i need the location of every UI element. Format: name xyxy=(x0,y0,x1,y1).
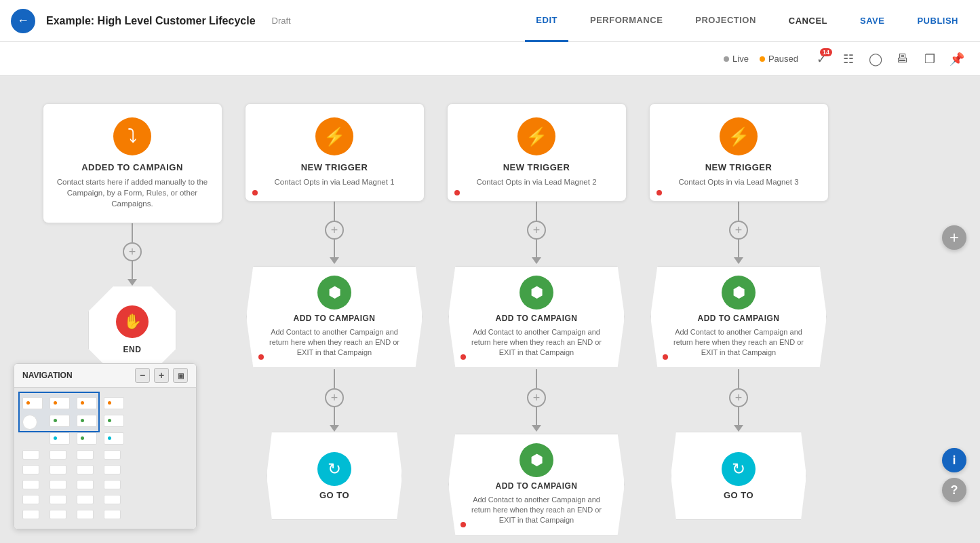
history-icon[interactable]: ◯ xyxy=(863,47,888,71)
print-icon[interactable]: 🖶 xyxy=(890,47,915,71)
tasks-icon[interactable]: ✓ 14 xyxy=(809,47,834,71)
trigger-desc-2: Contact Opts in via Lead Magnet 1 xyxy=(256,176,413,187)
line-3a xyxy=(536,202,537,221)
trigger-card-4[interactable]: ⚡ NEW TRIGGER Contact Opts in via Lead M… xyxy=(649,103,829,202)
mini-node-3 xyxy=(77,397,97,409)
campaign-icon-3a: ⬢ xyxy=(520,276,553,310)
line-4c xyxy=(738,369,739,388)
mini-node-r4a xyxy=(22,450,39,460)
line-4d xyxy=(738,407,739,426)
mini-node-r6d xyxy=(104,480,121,489)
add-step-btn-2a[interactable]: + xyxy=(325,221,344,240)
campaign-icon-4: ⬢ xyxy=(722,276,756,310)
mini-node-r8a xyxy=(22,510,39,519)
connector-4a: + xyxy=(729,202,748,264)
chat-icon[interactable]: ☷ xyxy=(836,47,861,71)
trigger-title-2: NEW TRIGGER xyxy=(256,162,413,172)
paused-status: Paused xyxy=(760,54,798,64)
pin-icon[interactable]: 📌 xyxy=(945,47,969,71)
add-column-button[interactable]: + xyxy=(942,225,966,250)
goto-node-4[interactable]: ↻ GO TO xyxy=(649,432,829,520)
trigger-desc-4: Contact Opts in via Lead Magnet 3 xyxy=(661,176,817,187)
line-3b xyxy=(536,240,537,259)
arrow-4b xyxy=(734,425,743,432)
campaign-node-2[interactable]: ⬢ ADD TO CAMPAIGN Add Contact to another… xyxy=(245,264,425,369)
paused-label: Paused xyxy=(768,54,798,64)
mini-node-r7a xyxy=(22,495,39,504)
trigger-card-1[interactable]: ⤵ ADDED TO CAMPAIGN Contact starts here … xyxy=(43,103,222,223)
campaign-hex-4: ⬢ ADD TO CAMPAIGN Add Contact to another… xyxy=(650,266,827,368)
mini-node-r5a xyxy=(22,465,39,474)
trigger-icon-4: ⚡ xyxy=(720,117,758,155)
zoom-out-button[interactable]: − xyxy=(135,368,150,383)
add-step-btn-4b[interactable]: + xyxy=(729,388,748,407)
line-2b xyxy=(334,240,335,259)
end-node[interactable]: ✋ END xyxy=(85,286,180,374)
trigger-card-2[interactable]: ⚡ NEW TRIGGER Contact Opts in via Lead M… xyxy=(245,103,425,202)
trigger-card-3[interactable]: ⚡ NEW TRIGGER Contact Opts in via Lead M… xyxy=(447,103,627,202)
nav-mini-canvas[interactable] xyxy=(17,390,192,526)
workflow-canvas: ⤵ ADDED TO CAMPAIGN Contact starts here … xyxy=(0,76,980,543)
add-step-btn-3a[interactable]: + xyxy=(527,221,546,240)
campaign-title-4: ADD TO CAMPAIGN xyxy=(697,314,779,323)
line-4b xyxy=(738,240,739,259)
mini-node-10 xyxy=(104,432,124,445)
campaign-status-2 xyxy=(258,354,264,360)
goto-hex-4: ↻ GO TO xyxy=(671,432,806,520)
goto-hex-2: ↻ GO TO xyxy=(267,432,402,520)
campaign-hex-2: ⬢ ADD TO CAMPAIGN Add Contact to another… xyxy=(246,266,423,368)
mini-node-r7c xyxy=(77,495,94,504)
end-title: END xyxy=(123,345,142,354)
back-button[interactable]: ← xyxy=(11,9,35,33)
trigger-status-2 xyxy=(252,190,258,195)
add-step-btn-4a[interactable]: + xyxy=(729,221,748,240)
navigation-panel: NAVIGATION − + ▣ xyxy=(14,363,197,529)
campaign-node-3b[interactable]: ⬢ ADD TO CAMPAIGN Add Contact to another… xyxy=(447,432,627,537)
tab-edit[interactable]: EDIT xyxy=(525,0,568,42)
save-button[interactable]: SAVE xyxy=(849,0,895,42)
mini-node-r7d xyxy=(104,495,121,504)
add-step-btn-1a[interactable]: + xyxy=(123,242,142,261)
add-step-btn-2b[interactable]: + xyxy=(325,388,344,407)
connector-3a: + xyxy=(527,202,546,264)
goto-title-4: GO TO xyxy=(724,490,753,500)
line-2c xyxy=(334,369,335,388)
arrow-3a xyxy=(532,257,541,264)
mini-node-r8d xyxy=(104,510,121,519)
mini-node-r7b xyxy=(50,495,66,504)
page-title: Example: High Level Customer Lifecycle xyxy=(46,15,256,27)
campaign-node-4[interactable]: ⬢ ADD TO CAMPAIGN Add Contact to another… xyxy=(649,264,829,369)
publish-button[interactable]: PUBLISH xyxy=(906,0,969,42)
live-label: Live xyxy=(732,54,749,64)
mini-node-r5b xyxy=(50,465,66,474)
goto-node-2[interactable]: ↻ GO TO xyxy=(245,432,425,520)
mini-node-r6b xyxy=(50,480,66,489)
mini-node-r8c xyxy=(77,510,94,519)
zoom-in-button[interactable]: + xyxy=(154,368,169,383)
arrow-4a xyxy=(734,257,743,264)
end-icon: ✋ xyxy=(116,305,149,338)
trigger-icon-3: ⚡ xyxy=(517,117,555,155)
mini-node-5 xyxy=(50,415,70,427)
mini-node-r8b xyxy=(50,510,66,519)
share-icon[interactable]: ❐ xyxy=(918,47,942,71)
info-button[interactable]: i xyxy=(942,448,966,472)
fit-button[interactable]: ▣ xyxy=(173,368,188,383)
campaign-node-3a[interactable]: ⬢ ADD TO CAMPAIGN Add Contact to another… xyxy=(447,264,627,369)
connector-1a: + xyxy=(123,223,142,286)
mini-node-r5d xyxy=(104,465,121,474)
toolbar: Live Paused ✓ 14 ☷ ◯ 🖶 ❐ 📌 xyxy=(0,42,980,76)
mini-node-r5c xyxy=(77,465,94,474)
add-step-btn-3b[interactable]: + xyxy=(527,388,546,407)
tab-performance[interactable]: PERFORMANCE xyxy=(579,0,673,42)
arrow-2b xyxy=(330,425,339,432)
campaign-icon-2: ⬢ xyxy=(317,276,351,310)
end-octagon: ✋ END xyxy=(88,286,176,374)
cancel-button[interactable]: CANCEL xyxy=(778,0,838,42)
tab-projection[interactable]: PROJECTION xyxy=(684,0,767,42)
help-button[interactable]: ? xyxy=(942,478,966,502)
campaign-desc-4: Add Contact to another Campaign and retu… xyxy=(667,327,810,358)
live-dot xyxy=(724,56,729,62)
arrow-1a xyxy=(128,279,137,286)
line-4a xyxy=(738,202,739,221)
